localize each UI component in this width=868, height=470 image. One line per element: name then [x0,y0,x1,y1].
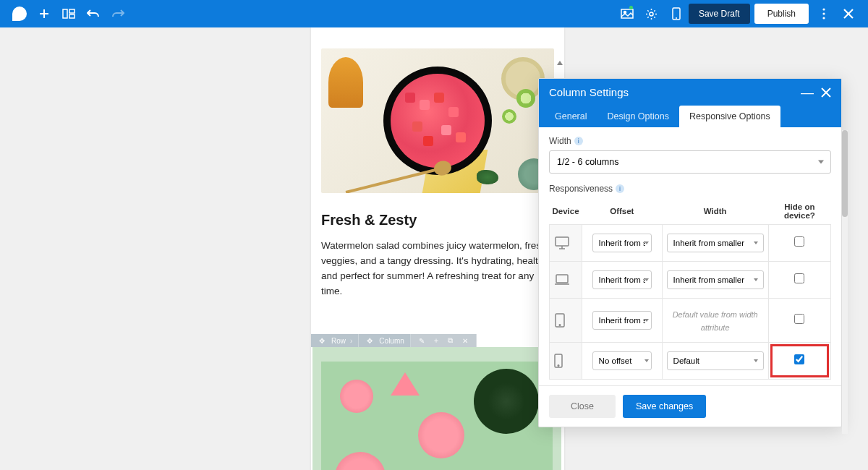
width-select[interactable]: Default [667,351,764,370]
hide-checkbox[interactable] [794,273,804,283]
th-hide: Hide on device? [768,198,830,225]
device-tablet-icon [550,299,582,343]
gear-icon[interactable] [639,1,664,26]
save-changes-button[interactable]: Save changes [623,395,706,418]
column-segment[interactable]: ✥ Column [359,334,410,347]
close-button[interactable]: Close [549,395,616,418]
column-settings-panel: Column Settings — General Design Options… [538,78,842,427]
svg-point-10 [822,8,825,10]
kebab-icon[interactable] [812,1,836,26]
scroll-thumb[interactable] [842,130,848,217]
svg-point-11 [822,12,825,14]
info-icon[interactable]: i [574,137,583,145]
undo-icon[interactable] [81,1,106,26]
table-row: Inherit from smaller Inherit from smalle… [550,225,831,262]
device-laptop-icon [550,262,582,299]
save-draft-button[interactable]: Save Draft [689,4,750,24]
th-width: Width [662,198,768,225]
add-icon[interactable] [32,1,56,26]
topbar-left [7,1,130,26]
row-toolbar: ✥ Row › ✥ Column ✎ ＋ ⧉ ✕ [311,334,477,347]
move-icon[interactable]: ✥ [365,336,375,346]
width-select[interactable]: Inherit from smaller [667,270,764,289]
responsiveness-label: Responsivenessi [549,184,831,194]
tab-general[interactable]: General [545,106,597,127]
topbar-right: Save Draft Publish [615,1,861,26]
th-offset: Offset [582,198,662,225]
hide-checkbox[interactable] [794,354,804,364]
move-icon[interactable]: ✥ [317,336,327,346]
device-desktop-icon [550,225,582,262]
info-icon[interactable]: i [616,184,624,193]
page-scroll-up-icon[interactable] [557,61,563,68]
tab-responsive-options[interactable]: Responsive Options [679,106,780,127]
offset-select[interactable]: Inherit from smaller [592,234,652,252]
svg-rect-4 [69,14,75,18]
panel-header: Column Settings — [539,79,841,106]
hero-image[interactable] [321,48,554,193]
svg-point-7 [650,12,653,16]
scrollbar[interactable] [842,130,848,434]
svg-rect-20 [556,275,568,283]
table-row: Inherit from smaller Inherit from smalle… [550,262,831,299]
section-paragraph[interactable]: Watermelon salad combines juicy watermel… [321,239,554,299]
table-row: No offset Default [550,343,831,380]
column-actions: ✎ ＋ ⧉ ✕ [411,334,477,347]
mobile-preview-icon[interactable] [664,1,689,26]
delete-icon[interactable]: ✕ [460,336,470,346]
edit-icon[interactable]: ✎ [417,336,427,346]
templates-icon[interactable] [56,1,81,26]
topbar: Save Draft Publish [0,0,868,27]
svg-rect-17 [556,237,569,246]
th-device: Device [550,198,582,225]
hide-checkbox[interactable] [794,314,804,324]
column-label: Column [379,337,404,345]
width-default-note: Default value from width attribute [673,310,758,332]
minimize-icon[interactable]: — [801,89,814,96]
panel-footer: Close Save changes [539,385,841,427]
panel-title: Column Settings [549,86,629,98]
hide-checkbox[interactable] [794,236,804,247]
svg-point-22 [559,325,561,326]
image-icon[interactable] [615,1,639,26]
logo-icon[interactable] [7,1,32,26]
device-mobile-icon [550,343,582,380]
width-select[interactable]: Inherit from smaller [667,234,764,252]
redo-icon[interactable] [106,1,130,26]
svg-rect-2 [63,9,67,18]
publish-button[interactable]: Publish [754,4,809,24]
panel-body: Widthi 1/2 - 6 columns Responsivenessi D… [539,127,841,385]
tab-design-options[interactable]: Design Options [597,106,678,127]
second-image [321,362,553,470]
add-icon[interactable]: ＋ [431,336,441,346]
table-row: Inherit from smaller Default value from … [550,299,831,343]
offset-select[interactable]: Inherit from smaller [592,270,652,289]
close-icon[interactable] [821,87,831,98]
section-heading[interactable]: Fresh & Zesty [321,212,554,228]
row-label: Row [331,337,346,345]
offset-select[interactable]: Inherit from smaller [592,311,652,330]
offset-select[interactable]: No offset [592,351,652,370]
second-section[interactable] [312,347,561,470]
row-segment[interactable]: ✥ Row › [311,334,359,347]
svg-point-12 [822,17,825,19]
panel-tabs: General Design Options Responsive Option… [539,106,841,127]
close-icon[interactable] [836,1,861,26]
svg-rect-3 [69,9,75,13]
responsiveness-table: Device Offset Width Hide on device? Inhe… [549,198,831,380]
width-select-wrap: 1/2 - 6 columns [549,150,831,174]
svg-point-24 [558,365,559,367]
svg-point-6 [624,12,626,14]
clone-icon[interactable]: ⧉ [446,336,456,346]
width-label: Widthi [549,136,831,146]
width-select[interactable]: 1/2 - 6 columns [549,150,831,174]
